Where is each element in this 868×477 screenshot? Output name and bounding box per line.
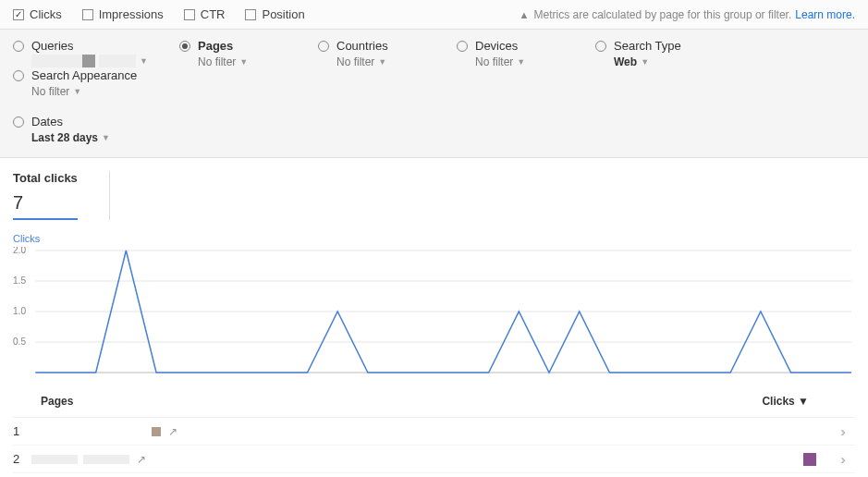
metric-label: Clicks xyxy=(30,7,62,21)
svg-text:1.5: 1.5 xyxy=(13,275,26,286)
tab-total-clicks[interactable]: Total clicks 7 xyxy=(13,171,110,220)
page-url-cell: ↗ xyxy=(31,453,146,466)
row-index: 2 xyxy=(13,452,31,466)
row-index: 1 xyxy=(13,424,31,438)
filters-panel: Queries ▼ Pages No filter▼ Countries No … xyxy=(0,30,868,158)
table-row[interactable]: 2 ↗ ›› xyxy=(13,446,855,473)
summary-tabs: Total clicks 7 xyxy=(0,158,868,220)
metric-clicks[interactable]: Clicks xyxy=(13,7,62,21)
learn-more-link[interactable]: Learn more. xyxy=(795,8,855,21)
checkbox-icon xyxy=(245,9,256,20)
metric-ctr[interactable]: CTR xyxy=(184,7,226,21)
metric-label: Position xyxy=(262,7,304,21)
filter-countries[interactable]: Countries No filter▼ xyxy=(318,39,447,68)
metric-impressions[interactable]: Impressions xyxy=(82,7,164,21)
chevron-down-icon: ▼ xyxy=(378,57,386,67)
chevron-down-icon: ▼ xyxy=(140,56,148,66)
info-note: ▲ Metrics are calculated by page for thi… xyxy=(520,8,855,21)
filter-value[interactable]: No filter▼ xyxy=(198,55,248,68)
tab-underline xyxy=(13,218,78,220)
expand-icon[interactable]: ›› xyxy=(827,423,855,439)
filter-value[interactable]: Last 28 days▼ xyxy=(31,131,110,144)
checkbox-icon xyxy=(82,9,93,20)
radio-icon xyxy=(13,116,24,128)
chevron-down-icon: ▼ xyxy=(239,57,248,67)
filter-search-appearance[interactable]: Search Appearance No filter▼ xyxy=(13,68,170,98)
tab-value: 7 xyxy=(13,192,78,213)
redacted-block xyxy=(803,453,816,466)
metrics-toolbar: Clicks Impressions CTR Position ▲ Metric… xyxy=(0,0,868,30)
filter-label-text: Queries xyxy=(31,39,74,53)
filter-search-type[interactable]: Search Type Web▼ xyxy=(595,39,725,68)
filter-queries[interactable]: Queries ▼ xyxy=(13,39,170,68)
info-text: Metrics are calculated by page for this … xyxy=(533,8,791,21)
filter-value[interactable]: No filter▼ xyxy=(475,55,525,68)
external-link-icon[interactable]: ↗ xyxy=(168,425,177,438)
warning-icon: ▲ xyxy=(520,9,530,20)
queries-value[interactable]: ▼ xyxy=(31,55,170,67)
check-icon xyxy=(13,9,24,20)
chevron-down-icon: ▼ xyxy=(73,87,81,96)
col-pages[interactable]: Pages xyxy=(41,395,73,408)
filter-label-text: Countries xyxy=(336,39,388,53)
radio-selected-icon xyxy=(179,41,190,52)
metric-label: Impressions xyxy=(99,7,164,21)
clicks-chart: 0.51.01.52.0 xyxy=(13,247,855,376)
pages-table: Pages Clicks ▼ 1 ↗ ›› 2 ↗ ›› xyxy=(0,385,868,473)
clicks-cell xyxy=(779,453,816,466)
filter-label-text: Search Type xyxy=(614,39,681,53)
expand-icon[interactable]: ›› xyxy=(827,451,855,467)
filter-devices[interactable]: Devices No filter▼ xyxy=(457,39,586,68)
radio-icon xyxy=(318,41,329,52)
filter-value[interactable]: No filter▼ xyxy=(336,55,386,68)
metric-position[interactable]: Position xyxy=(245,7,304,21)
filter-label-text: Search Appearance xyxy=(31,68,137,82)
chevron-down-icon: ▼ xyxy=(102,133,110,142)
chart-y-label: Clicks xyxy=(13,233,855,244)
table-header: Pages Clicks ▼ xyxy=(13,385,855,418)
filter-label-text: Devices xyxy=(475,39,518,53)
col-clicks[interactable]: Clicks ▼ xyxy=(762,395,809,408)
radio-icon xyxy=(595,41,606,52)
filter-value[interactable]: No filter▼ xyxy=(31,85,81,98)
tab-title: Total clicks xyxy=(13,171,78,185)
redacted-block xyxy=(152,427,161,436)
table-row[interactable]: 1 ↗ ›› xyxy=(13,418,855,446)
radio-icon xyxy=(13,41,24,52)
svg-text:1.0: 1.0 xyxy=(13,306,26,316)
chart-area: Clicks 0.51.01.52.0 xyxy=(0,220,868,385)
checkbox-icon xyxy=(184,9,195,20)
metric-label: CTR xyxy=(201,7,226,21)
chevron-down-icon: ▼ xyxy=(641,57,649,67)
page-url-cell: ↗ xyxy=(31,425,177,438)
filter-label-text: Pages xyxy=(198,39,233,53)
filter-value[interactable]: Web▼ xyxy=(614,55,649,68)
svg-text:2.0: 2.0 xyxy=(13,247,26,255)
chevron-down-icon: ▼ xyxy=(517,57,525,67)
radio-icon xyxy=(457,41,468,52)
radio-icon xyxy=(13,70,24,81)
svg-text:0.5: 0.5 xyxy=(13,336,26,347)
external-link-icon[interactable]: ↗ xyxy=(137,453,146,466)
filter-pages[interactable]: Pages No filter▼ xyxy=(179,39,309,68)
filter-dates[interactable]: Dates Last 28 days▼ xyxy=(13,115,142,144)
filter-label-text: Dates xyxy=(31,115,63,128)
